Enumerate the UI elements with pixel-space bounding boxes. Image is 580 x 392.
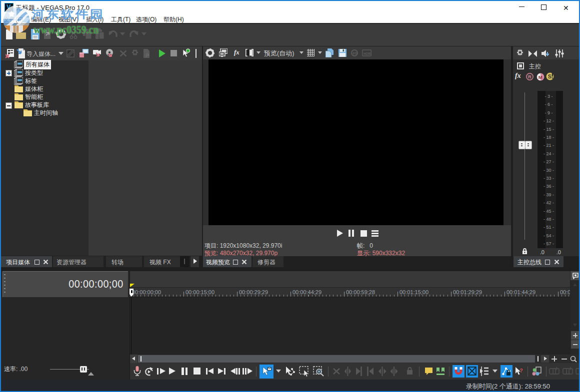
svg-text:S: S [548,73,552,79]
svg-text:M: M [538,74,542,80]
svg-text:HDR: HDR [364,52,370,55]
svg-text:fx: fx [146,52,150,57]
svg-text:?: ? [520,368,523,374]
svg-text:R: R [528,74,532,79]
svg-text:60: 60 [352,51,357,55]
